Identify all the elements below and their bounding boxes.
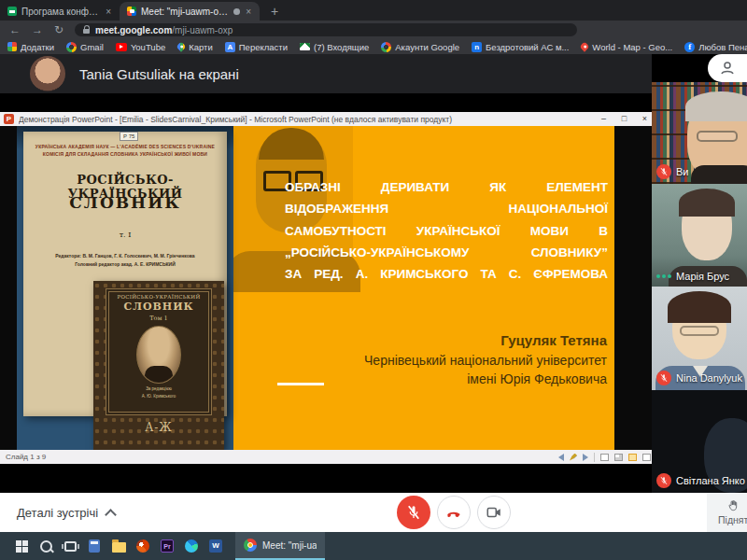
slides-icon bbox=[7, 7, 17, 16]
slide-sorter-view-icon[interactable] bbox=[614, 454, 623, 461]
slide-affiliation-line1: Чернівецький національний університет bbox=[278, 353, 607, 368]
screen: Програма конференції × Meet: "mji-uawm-o… bbox=[0, 0, 747, 560]
shelf-label: Р 75 bbox=[120, 132, 138, 141]
book2-volume: Том 1 bbox=[106, 315, 211, 322]
bookmark-item[interactable]: AПерекласти bbox=[225, 42, 288, 52]
google-icon bbox=[381, 42, 391, 52]
calculator-button[interactable] bbox=[82, 532, 106, 560]
camera-button[interactable] bbox=[477, 496, 511, 529]
new-tab-button[interactable]: + bbox=[271, 2, 278, 21]
mic-off-icon bbox=[656, 164, 671, 179]
url-text: meet.google.com/mji-uawm-oxp bbox=[95, 25, 233, 35]
bookmark-item[interactable]: Gmail bbox=[66, 42, 104, 52]
tab-conference-program[interactable]: Програма конференції × bbox=[0, 2, 120, 21]
close-button[interactable]: × bbox=[637, 112, 653, 126]
bookmark-item[interactable]: fЛюбов Пена | Face... bbox=[684, 42, 747, 52]
bookmark-item[interactable]: Карти bbox=[177, 42, 213, 52]
task-view-button[interactable] bbox=[58, 532, 82, 560]
video-tile-participant[interactable]: Світлана Янко bbox=[652, 390, 747, 493]
calculator-icon bbox=[89, 539, 100, 553]
office-icon bbox=[136, 539, 149, 553]
participant-name: Марія Брус bbox=[676, 271, 729, 282]
word-icon: W bbox=[209, 539, 222, 553]
folder-icon bbox=[112, 542, 126, 553]
previous-slide-icon[interactable] bbox=[558, 454, 564, 461]
hangup-icon bbox=[444, 503, 463, 522]
camera-icon bbox=[486, 504, 502, 521]
tab-meet[interactable]: Meet: "mji-uawm-oxp" × bbox=[120, 2, 260, 21]
edge-button[interactable] bbox=[179, 532, 204, 560]
windows-taskbar: Pr W Meet: "mji-uawm-... bbox=[0, 532, 747, 560]
tab-label: Програма конференції bbox=[21, 7, 100, 17]
reload-icon[interactable]: ↻ bbox=[54, 24, 63, 35]
meeting-details-button[interactable]: Деталі зустрічі bbox=[17, 506, 115, 520]
book1-editors-line1: Редактори: В. М. Ганцов, Г. К. Голоскеви… bbox=[27, 253, 223, 259]
windows-logo-icon bbox=[16, 540, 28, 553]
bookmark-item[interactable]: YouTube bbox=[116, 42, 165, 52]
book2-title-line2: СЛОВНИК bbox=[106, 301, 211, 313]
bookmark-item[interactable]: nБездротовий АС м... bbox=[472, 42, 569, 52]
slide-accent-rule bbox=[277, 383, 324, 385]
slideshow-view-icon[interactable] bbox=[628, 454, 637, 461]
active-task-label: Meet: "mji-uawm-... bbox=[262, 540, 317, 551]
raise-hand-button[interactable]: Підняти руку bbox=[707, 493, 747, 532]
normal-view-icon[interactable] bbox=[600, 454, 609, 461]
powerpoint-status-bar: Слайд 1 з 9 bbox=[0, 450, 656, 464]
file-explorer-button[interactable] bbox=[106, 532, 131, 560]
hand-icon bbox=[727, 498, 740, 513]
book2-letter-range: А-Ж bbox=[93, 421, 224, 434]
powerpoint-window: P Демонстрація PowerPoint - [Emilia - Sl… bbox=[0, 112, 656, 464]
video-tile-participant[interactable]: Nina Danylyuk bbox=[652, 287, 747, 390]
edge-icon bbox=[185, 539, 198, 553]
participants-panel-button[interactable] bbox=[708, 54, 747, 82]
tab-audio-indicator-icon bbox=[233, 8, 240, 15]
premiere-pro-icon: Pr bbox=[161, 539, 174, 553]
active-task-chrome-meet[interactable]: Meet: "mji-uawm-... bbox=[235, 532, 325, 560]
bookmark-item[interactable]: Акаунти Google bbox=[381, 42, 459, 52]
tab-close-icon[interactable]: × bbox=[245, 7, 252, 17]
maximize-button[interactable]: □ bbox=[616, 112, 632, 126]
video-tile-participant[interactable]: Марія Брус bbox=[652, 184, 747, 287]
mic-off-icon bbox=[405, 504, 422, 521]
video-tile-self[interactable]: Ви bbox=[652, 82, 747, 184]
url-bar[interactable]: meet.google.com/mji-uawm-oxp bbox=[75, 23, 577, 36]
participant-name: Ви bbox=[676, 166, 688, 177]
bookmark-item[interactable]: (7) Входящие bbox=[300, 42, 369, 52]
bookmark-item[interactable]: Додатки bbox=[7, 42, 54, 52]
meet-icon bbox=[127, 7, 136, 16]
participant-face bbox=[672, 298, 726, 359]
next-slide-icon[interactable] bbox=[583, 454, 588, 461]
powerpoint-title-bar: P Демонстрація PowerPoint - [Emilia - Sl… bbox=[0, 112, 656, 126]
minimize-button[interactable]: – bbox=[596, 112, 612, 126]
reading-view-icon[interactable] bbox=[642, 454, 651, 461]
powerpoint-app-icon: P bbox=[4, 114, 14, 124]
youtube-icon bbox=[116, 43, 127, 51]
taskbar-search-button[interactable] bbox=[34, 532, 58, 560]
dictionary-cover-2: РОСІЙСЬКО-УКРАЇНСЬКИЙ СЛОВНИК Том 1 За р… bbox=[93, 281, 224, 450]
meeting-details-label: Деталі зустрічі bbox=[17, 506, 98, 520]
book2-editor-line2: А. Ю. Кримського bbox=[106, 394, 211, 399]
forward-icon[interactable]: → bbox=[32, 24, 43, 35]
back-icon[interactable]: ← bbox=[9, 24, 21, 35]
presenter-banner-text: Tania Gutsuliak на екрані bbox=[79, 66, 239, 82]
leave-call-button[interactable] bbox=[437, 496, 471, 529]
map-pin-icon bbox=[580, 41, 590, 51]
raise-hand-label: Підняти руку bbox=[718, 514, 747, 525]
translate-icon: A bbox=[225, 42, 235, 52]
mute-microphone-button[interactable] bbox=[397, 496, 430, 529]
pen-tool-icon[interactable] bbox=[570, 454, 577, 461]
book1-title-line2: СЛОВНИК bbox=[23, 193, 227, 212]
google-icon bbox=[66, 42, 77, 52]
mic-off-icon bbox=[656, 371, 671, 385]
powerpoint-window-title: Демонстрація PowerPoint - [Emilia - Slid… bbox=[19, 115, 591, 124]
office-button[interactable] bbox=[131, 532, 155, 560]
word-button[interactable]: W bbox=[204, 532, 228, 560]
bookmark-item[interactable]: World - Map - Geo... bbox=[581, 42, 672, 52]
premiere-pro-button[interactable]: Pr bbox=[155, 532, 179, 560]
tab-close-icon[interactable]: × bbox=[105, 7, 112, 17]
krymsky-portrait bbox=[136, 326, 181, 384]
map-pin-icon bbox=[176, 41, 187, 51]
start-button[interactable] bbox=[9, 532, 34, 560]
book2-editor-line1: За редакцією bbox=[106, 386, 211, 391]
book1-header-line1: УКРАЇНСЬКА АКАДЕМІЯ НАУК — L'ACADÉMIE DE… bbox=[29, 144, 221, 149]
